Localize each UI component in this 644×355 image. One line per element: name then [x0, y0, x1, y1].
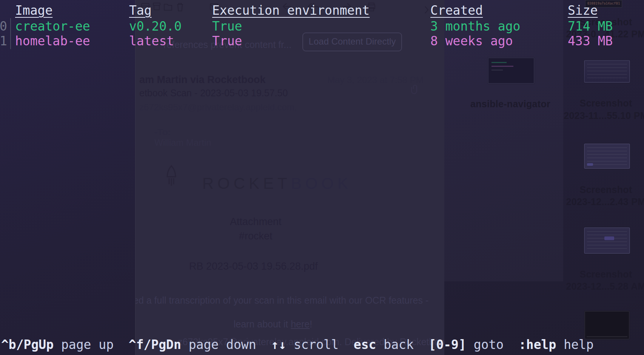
ansible-navigator-tui: Image Tag Execution environment Created … [0, 0, 644, 355]
column-header-created[interactable]: Created [430, 3, 483, 18]
row-number: 0 [0, 19, 6, 34]
column-header-size[interactable]: Size [568, 3, 598, 18]
size-cell: 433 MB [568, 34, 613, 48]
image-cell[interactable]: homelab-ee [15, 34, 90, 48]
ee-cell: True [212, 34, 242, 48]
key-hint-pageup: ^b/PgUp [1, 337, 54, 352]
column-header-image[interactable]: Image [15, 3, 52, 18]
ee-cell: True [212, 19, 242, 34]
row-number: 1 [0, 34, 6, 48]
key-hint-goto: [0-9] [429, 337, 466, 352]
key-hint-pagedown: ^f/PgDn [129, 337, 181, 352]
size-cell: 714 MB [568, 19, 613, 34]
created-cell: 8 weeks ago [430, 34, 513, 48]
key-hint-scroll-arrows-icon: ↑↓ [271, 337, 286, 352]
image-cell[interactable]: creator-ee [15, 19, 90, 34]
screen: 038819a7a14acf01 Screenshot 2023-0...41.… [0, 0, 644, 355]
column-header-execution-environment[interactable]: Execution environment [212, 3, 370, 18]
row-number-divider [10, 18, 11, 49]
key-hint-esc: esc [354, 337, 376, 352]
tag-cell: v0.20.0 [129, 19, 182, 34]
tag-cell: latest [129, 34, 174, 48]
created-cell: 3 months ago [430, 19, 520, 34]
column-header-tag[interactable]: Tag [129, 3, 152, 18]
key-hint-help: :help [519, 337, 556, 352]
status-bar: ^b/PgUp page up ^f/PgDn page down ↑↓ scr… [1, 337, 594, 352]
